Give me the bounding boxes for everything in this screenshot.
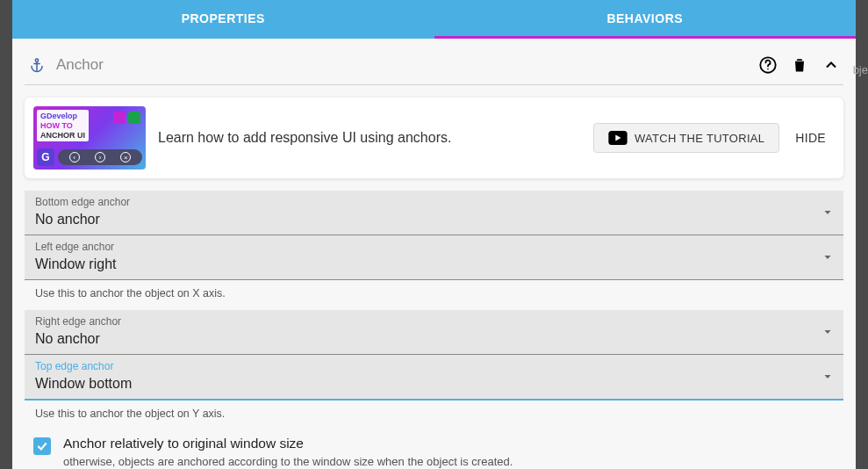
youtube-icon xyxy=(608,131,628,145)
tutorial-card: GDevelop HOW TO ANCHOR UI G ‹›× Learn ho… xyxy=(25,97,843,178)
svg-point-4 xyxy=(767,69,769,70)
hide-button[interactable]: HIDE xyxy=(792,124,829,152)
svg-marker-10 xyxy=(825,375,831,379)
clipped-background-text: bje xyxy=(853,63,868,76)
chevron-down-icon xyxy=(822,372,833,382)
dialog: PROPERTIES BEHAVIORS Anchor GDevelop HO xyxy=(12,0,856,469)
help-icon[interactable] xyxy=(757,54,778,76)
tab-properties[interactable]: PROPERTIES xyxy=(12,0,434,39)
tab-bar: PROPERTIES BEHAVIORS xyxy=(12,0,856,39)
relative-anchor-row: Anchor relatively to original window siz… xyxy=(25,430,843,469)
field-label: Bottom edge anchor xyxy=(35,196,822,210)
relative-anchor-checkbox[interactable] xyxy=(33,437,51,455)
left-help-text: Use this to anchor the object on X axis. xyxy=(25,280,843,310)
content-area: Anchor GDevelop HOW TO ANCHOR UI G xyxy=(12,39,856,469)
checkbox-label: Anchor relatively to original window siz… xyxy=(63,436,840,451)
bottom-edge-anchor-select[interactable]: Bottom edge anchor No anchor xyxy=(25,191,843,235)
field-label: Top edge anchor xyxy=(35,360,822,374)
top-edge-anchor-select[interactable]: Top edge anchor Window bottom xyxy=(25,355,843,400)
chevron-down-icon xyxy=(822,327,833,337)
chevron-down-icon xyxy=(822,252,833,263)
top-help-text: Use this to anchor the object on Y axis. xyxy=(25,400,843,430)
tutorial-thumbnail: GDevelop HOW TO ANCHOR UI G ‹›× xyxy=(33,106,146,170)
left-edge-anchor-select[interactable]: Left edge anchor Window right xyxy=(25,235,843,280)
svg-marker-8 xyxy=(825,256,831,259)
field-value: No anchor xyxy=(35,329,822,349)
field-value: Window bottom xyxy=(35,374,822,393)
chevron-down-icon xyxy=(822,207,833,218)
svg-point-0 xyxy=(35,59,38,61)
checkbox-description: otherwise, objects are anchored accordin… xyxy=(63,455,840,468)
field-label: Right edge anchor xyxy=(35,315,822,329)
field-label: Left edge anchor xyxy=(35,241,822,255)
watch-tutorial-button[interactable]: WATCH THE TUTORIAL xyxy=(593,123,779,153)
right-edge-anchor-select[interactable]: Right edge anchor No anchor xyxy=(25,310,843,355)
field-value: No anchor xyxy=(35,210,822,229)
behavior-header: Anchor xyxy=(25,49,843,85)
collapse-icon[interactable] xyxy=(821,54,842,76)
tutorial-text: Learn how to add responsive UI using anc… xyxy=(158,130,581,146)
svg-marker-9 xyxy=(825,330,831,334)
field-value: Window right xyxy=(35,255,822,274)
behavior-title: Anchor xyxy=(56,56,747,74)
anchor-icon xyxy=(28,56,46,74)
tab-behaviors[interactable]: BEHAVIORS xyxy=(434,0,857,39)
delete-icon[interactable] xyxy=(789,54,810,76)
svg-marker-7 xyxy=(825,211,831,214)
